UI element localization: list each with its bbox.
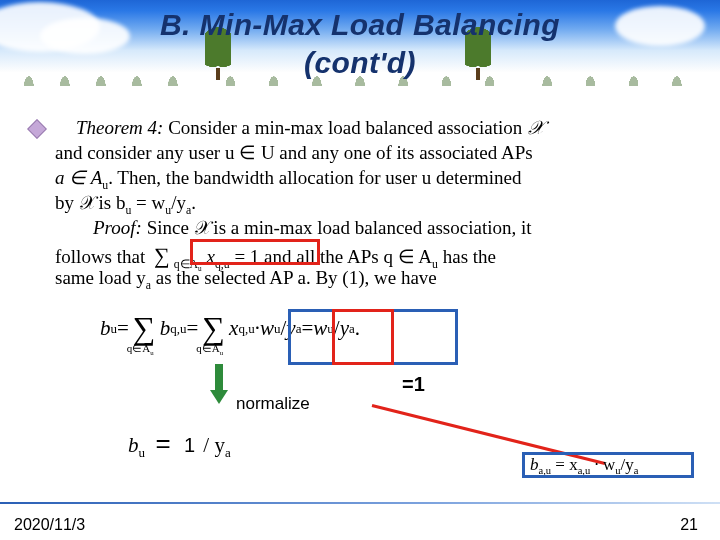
sub: q,u xyxy=(238,321,254,337)
normalize-label: normalize xyxy=(236,394,310,414)
slide: B. Min-Max Load Balancing (cont'd) Theor… xyxy=(0,0,720,540)
sub: a xyxy=(225,445,231,460)
text: /y xyxy=(171,192,186,213)
var: b xyxy=(160,316,171,341)
text: = w xyxy=(131,192,165,213)
var: x xyxy=(229,316,238,341)
highlight-red-box xyxy=(332,309,394,365)
text: same load y xyxy=(55,267,146,288)
highlight-red-box xyxy=(190,239,320,265)
equals-one-label: =1 xyxy=(402,373,425,396)
sub: q∈A xyxy=(196,342,219,354)
var: w xyxy=(260,316,274,341)
footer-date: 2020/11/3 xyxy=(14,516,85,534)
slide-title: B. Min-Max Load Balancing (cont'd) xyxy=(0,6,720,82)
highlight-blue-box xyxy=(522,452,694,478)
text: as the selected AP a. By (1), we have xyxy=(151,267,437,288)
text: Since 𝒳 is a min-max load balanced assoc… xyxy=(147,217,532,238)
sub: u xyxy=(220,349,223,356)
sub: q∈A xyxy=(127,342,150,354)
sub: q,u xyxy=(170,321,186,337)
sub: u xyxy=(150,349,153,356)
theorem-label: Theorem 4: xyxy=(76,117,163,138)
set-X: 𝒳 xyxy=(527,117,542,138)
text: Consider a min-max load balanced associa… xyxy=(168,117,527,138)
equation-simplified: bu = 1 / ya xyxy=(128,428,231,461)
sigma-icon: ∑ xyxy=(133,310,156,346)
text: and consider any user u ∈ U and any one … xyxy=(55,142,533,163)
sigma-icon: ∑ xyxy=(202,310,225,346)
theorem-line-2: and consider any user u ∈ U and any one … xyxy=(55,140,685,165)
eq: = xyxy=(117,316,129,341)
text: follows that xyxy=(55,246,150,267)
text: has the xyxy=(438,246,496,267)
text: a ∈ A xyxy=(55,167,102,188)
var: b xyxy=(128,433,139,457)
title-line-1: B. Min-Max Load Balancing xyxy=(160,8,560,41)
proof-label: Proof: xyxy=(93,217,142,238)
proof-line-3: same load ya as the selected AP a. By (1… xyxy=(55,265,685,298)
sub: u xyxy=(139,445,146,460)
one: 1 xyxy=(184,434,195,456)
arrow-down-icon xyxy=(210,364,228,406)
theorem-line-1: Theorem 4: Consider a min-max load balan… xyxy=(76,115,676,140)
footer-page: 21 xyxy=(680,516,698,534)
text: by 𝒳 is b xyxy=(55,192,125,213)
equals: = xyxy=(156,428,171,458)
bullet-icon xyxy=(27,119,47,139)
text: . xyxy=(191,192,196,213)
text: / y xyxy=(203,433,225,457)
footer-rule xyxy=(0,502,720,504)
eq: = xyxy=(186,316,198,341)
title-line-2: (cont'd) xyxy=(304,46,416,79)
text: . Then, the bandwidth allocation for use… xyxy=(108,167,521,188)
proof-line-1: Proof: Since 𝒳 is a min-max load balance… xyxy=(93,215,713,240)
var: b xyxy=(100,316,111,341)
